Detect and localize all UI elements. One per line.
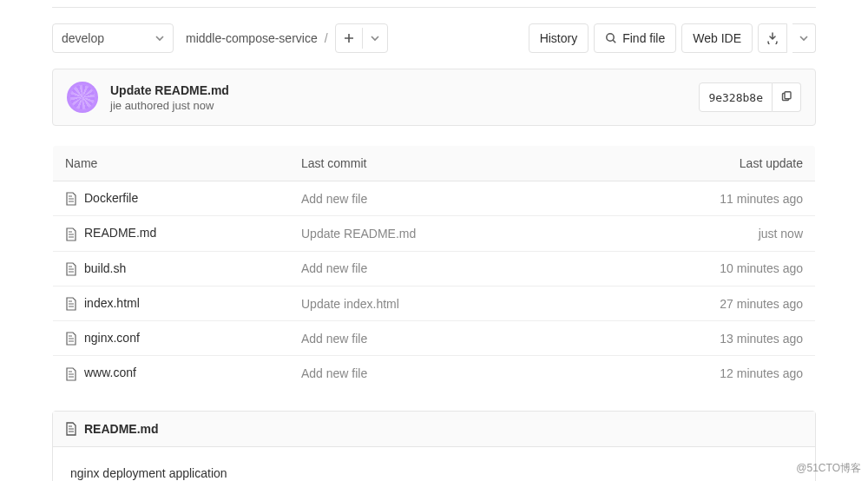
table-row: DockerfileAdd new file11 minutes ago bbox=[53, 181, 816, 216]
plus-icon bbox=[344, 33, 354, 43]
chevron-down-icon bbox=[799, 34, 808, 43]
commit-link[interactable]: Add new file bbox=[301, 192, 367, 206]
table-row: nginx.confAdd new file13 minutes ago bbox=[53, 321, 816, 356]
last-update: 27 minutes ago bbox=[663, 286, 816, 320]
readme-content: nginx deployment application bbox=[53, 447, 815, 481]
file-icon bbox=[65, 422, 77, 436]
commit-link[interactable]: Update README.md bbox=[301, 227, 416, 240]
add-to-tree-dropdown[interactable] bbox=[335, 23, 388, 53]
file-link[interactable]: README.md bbox=[84, 226, 156, 240]
file-icon bbox=[65, 191, 84, 205]
file-link[interactable]: www.conf bbox=[84, 366, 136, 379]
copy-sha-button[interactable] bbox=[773, 82, 801, 112]
last-update: 11 minutes ago bbox=[663, 181, 816, 216]
breadcrumb-root[interactable]: middle-compose-service bbox=[186, 31, 318, 45]
breadcrumb: middle-compose-service / bbox=[186, 23, 388, 53]
branch-name: develop bbox=[62, 31, 104, 45]
last-update: 13 minutes ago bbox=[663, 321, 816, 356]
file-link[interactable]: Dockerfile bbox=[84, 191, 138, 205]
download-icon bbox=[766, 32, 779, 44]
commit-link[interactable]: Add new file bbox=[301, 332, 367, 346]
web-ide-button[interactable]: Web IDE bbox=[681, 23, 753, 53]
commit-link[interactable]: Add new file bbox=[301, 366, 367, 380]
file-icon bbox=[65, 331, 84, 345]
avatar bbox=[67, 82, 98, 113]
last-update: just now bbox=[663, 216, 816, 251]
commit-meta: jie authored just now bbox=[110, 99, 229, 112]
table-row: README.mdUpdate README.mdjust now bbox=[53, 216, 816, 251]
copy-icon bbox=[780, 91, 792, 103]
file-tree-table: Name Last commit Last update DockerfileA… bbox=[52, 145, 816, 392]
svg-rect-2 bbox=[785, 92, 791, 99]
commit-title[interactable]: Update README.md bbox=[110, 83, 229, 97]
last-update: 10 minutes ago bbox=[663, 251, 816, 286]
col-name: Name bbox=[53, 146, 289, 181]
readme-title: README.md bbox=[84, 422, 159, 436]
breadcrumb-separator: / bbox=[325, 31, 328, 45]
table-row: index.htmlUpdate index.html27 minutes ag… bbox=[53, 286, 816, 320]
download-dropdown[interactable] bbox=[792, 23, 816, 53]
last-commit-panel: Update README.md jie authored just now 9… bbox=[52, 69, 816, 126]
readme-panel: README.md nginx deployment application bbox=[52, 411, 816, 481]
commit-link[interactable]: Update index.html bbox=[301, 297, 399, 311]
search-icon bbox=[605, 32, 617, 44]
chevron-down-icon bbox=[155, 34, 164, 43]
branch-selector[interactable]: develop bbox=[52, 23, 174, 53]
download-button[interactable] bbox=[758, 23, 787, 53]
file-icon bbox=[65, 261, 84, 275]
file-icon bbox=[65, 296, 84, 310]
file-link[interactable]: index.html bbox=[84, 296, 140, 310]
file-link[interactable]: nginx.conf bbox=[84, 331, 140, 345]
svg-point-0 bbox=[607, 34, 614, 41]
commit-link[interactable]: Add new file bbox=[301, 261, 367, 275]
last-update: 12 minutes ago bbox=[663, 356, 816, 391]
watermark: @51CTO博客 bbox=[796, 461, 861, 476]
commit-sha[interactable]: 9e328b8e bbox=[699, 82, 773, 112]
file-link[interactable]: build.sh bbox=[84, 261, 126, 275]
table-row: build.shAdd new file10 minutes ago bbox=[53, 251, 816, 286]
find-file-button[interactable]: Find file bbox=[594, 23, 676, 53]
col-last-update: Last update bbox=[663, 146, 816, 181]
table-row: www.confAdd new file12 minutes ago bbox=[53, 356, 816, 391]
file-icon bbox=[65, 226, 84, 240]
chevron-down-icon bbox=[371, 34, 379, 43]
file-icon bbox=[65, 366, 84, 379]
history-button[interactable]: History bbox=[529, 23, 589, 53]
col-last-commit: Last commit bbox=[289, 146, 663, 181]
